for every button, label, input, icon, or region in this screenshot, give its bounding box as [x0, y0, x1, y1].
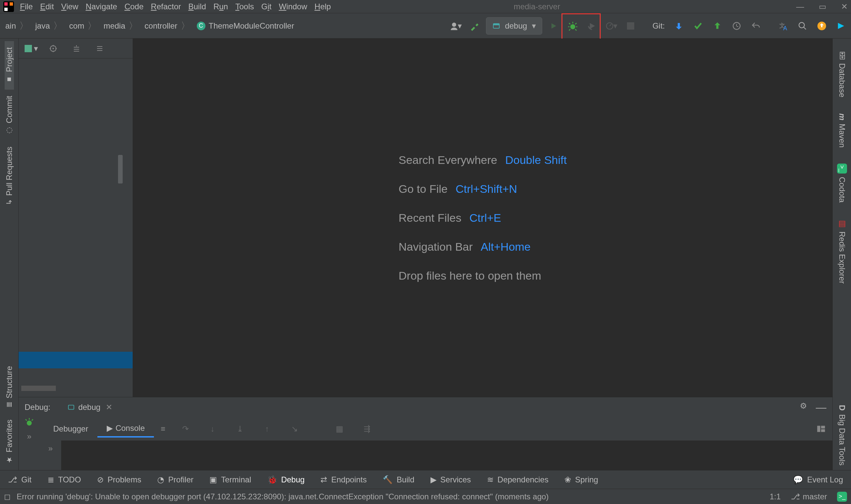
- debug-session-tab[interactable]: debug ✕: [62, 401, 118, 414]
- git-update-icon[interactable]: [671, 18, 687, 34]
- git-history-icon[interactable]: [729, 18, 745, 34]
- horizontal-scrollbar[interactable]: [21, 386, 56, 391]
- event-log-tab[interactable]: 💬Event Log: [793, 475, 843, 484]
- project-view-select[interactable]: ▾: [24, 44, 38, 53]
- build-tool-tab[interactable]: 🔨Build: [383, 475, 414, 484]
- git-tool-tab[interactable]: ⎇Git: [8, 475, 32, 484]
- play-icon: ▶: [107, 424, 113, 433]
- git-branch-widget[interactable]: ⎇master: [791, 492, 827, 501]
- breadcrumb-item[interactable]: com〉: [66, 20, 100, 32]
- big-data-tool-tab[interactable]: DBig Data Tools: [837, 400, 847, 470]
- run-to-cursor-icon[interactable]: ↘: [287, 421, 303, 437]
- redis-tool-tab[interactable]: ▤Redis Explorer: [837, 214, 847, 288]
- maximize-button[interactable]: ▭: [819, 2, 827, 11]
- favorites-tool-tab[interactable]: ★Favorites: [5, 414, 14, 470]
- breadcrumb-item[interactable]: java〉: [32, 20, 66, 32]
- scrollbar[interactable]: [118, 155, 123, 183]
- ide-update-icon[interactable]: [814, 18, 830, 34]
- stop-button[interactable]: [622, 18, 638, 34]
- code-with-me-icon[interactable]: ▾: [448, 18, 464, 34]
- git-commit-icon[interactable]: [690, 18, 706, 34]
- menu-code[interactable]: Code: [124, 2, 143, 11]
- menu-file[interactable]: File: [20, 2, 33, 11]
- menu-refactor[interactable]: Refactor: [151, 2, 181, 11]
- step-over-icon[interactable]: ↷: [178, 421, 194, 437]
- build-hammer-icon[interactable]: [467, 18, 483, 34]
- redis-icon: ▤: [837, 219, 847, 228]
- dependencies-tool-tab[interactable]: ≋Dependencies: [487, 475, 548, 484]
- debug-hide-icon[interactable]: —: [816, 401, 827, 414]
- jetbrains-toolbox-icon[interactable]: [833, 18, 849, 34]
- menu-tools[interactable]: Tools: [235, 2, 254, 11]
- evaluate-icon[interactable]: ▦: [332, 421, 348, 437]
- codota-tool-tab[interactable]: >_Codota: [837, 159, 847, 207]
- run-with-coverage-button[interactable]: [584, 18, 600, 34]
- hint-shortcut: Double Shift: [505, 154, 567, 166]
- console-tab[interactable]: ▶Console: [97, 420, 154, 437]
- collapse-all-icon[interactable]: [92, 40, 108, 56]
- services-tool-tab[interactable]: ▶Services: [431, 475, 471, 484]
- console-output[interactable]: [61, 440, 832, 470]
- close-button[interactable]: ✕: [841, 2, 848, 11]
- terminal-tool-tab[interactable]: ▣Terminal: [210, 475, 251, 484]
- layout-icon[interactable]: [816, 424, 826, 433]
- threads-icon[interactable]: ≡: [161, 424, 165, 433]
- menu-navigate[interactable]: Navigate: [86, 2, 117, 11]
- more-icon[interactable]: »: [48, 444, 53, 453]
- status-toggle-icon[interactable]: ◻: [4, 492, 11, 501]
- force-step-into-icon[interactable]: ⤓: [232, 421, 248, 437]
- more-icon[interactable]: »: [27, 432, 31, 441]
- endpoints-tool-tab[interactable]: ⇄Endpoints: [321, 475, 367, 484]
- breadcrumb-item[interactable]: ain〉: [2, 20, 32, 32]
- pull-requests-tool-tab[interactable]: ↳Pull Requests: [5, 141, 14, 211]
- project-tool-tab[interactable]: ■Project: [5, 41, 14, 90]
- title-bar: File Edit View Navigate Code Refactor Bu…: [0, 0, 851, 13]
- debugger-tab[interactable]: Debugger: [44, 421, 97, 437]
- project-tree[interactable]: [19, 58, 133, 397]
- debug-tool-tab[interactable]: 🐞Debug: [267, 475, 305, 484]
- run-config-label: debug: [505, 21, 527, 31]
- terminal-widget-icon[interactable]: >_: [837, 492, 847, 502]
- structure-tool-tab[interactable]: ≣Structure: [5, 360, 14, 414]
- step-out-icon[interactable]: ↑: [259, 421, 275, 437]
- warning-icon: ⊘: [97, 475, 104, 484]
- menu-build[interactable]: Build: [188, 2, 206, 11]
- debug-button[interactable]: [565, 18, 581, 34]
- run-configuration-select[interactable]: debug ▾: [486, 17, 542, 35]
- locate-icon[interactable]: [45, 40, 61, 56]
- profiler-tool-tab[interactable]: ◔Profiler: [157, 475, 194, 484]
- translate-icon[interactable]: 文A: [775, 18, 791, 34]
- minimize-button[interactable]: —: [796, 2, 804, 11]
- close-tab-icon[interactable]: ✕: [106, 402, 112, 412]
- run-button[interactable]: [545, 18, 561, 34]
- commit-tool-tab[interactable]: ◌Commit: [5, 90, 14, 141]
- breadcrumb-item[interactable]: CThemeModuleController: [194, 21, 297, 31]
- todo-tool-tab[interactable]: ≣TODO: [48, 475, 81, 484]
- status-message[interactable]: Error running 'debug': Unable to open de…: [17, 492, 764, 501]
- menu-edit[interactable]: Edit: [40, 2, 54, 11]
- git-rollback-icon[interactable]: [748, 18, 764, 34]
- caret-position[interactable]: 1:1: [769, 492, 780, 501]
- menu-run[interactable]: Run: [213, 2, 228, 11]
- rerun-debug-icon[interactable]: [24, 417, 34, 427]
- database-tool-tab[interactable]: 🗄Database: [837, 47, 847, 102]
- problems-tool-tab[interactable]: ⊘Problems: [97, 475, 141, 484]
- step-into-icon[interactable]: ↓: [205, 421, 221, 437]
- trace-icon[interactable]: ⇶: [359, 421, 375, 437]
- menu-git[interactable]: Git: [261, 2, 272, 11]
- git-push-icon[interactable]: [709, 18, 725, 34]
- star-icon: ★: [5, 456, 14, 464]
- selected-tree-row[interactable]: [19, 352, 133, 368]
- breadcrumb-item[interactable]: media〉: [100, 20, 141, 32]
- spring-tool-tab[interactable]: ❀Spring: [564, 475, 598, 484]
- menu-view[interactable]: View: [61, 2, 78, 11]
- codota-icon: >_: [837, 164, 847, 174]
- debug-settings-icon[interactable]: ⚙: [800, 401, 807, 414]
- breadcrumb-item[interactable]: controller〉: [141, 20, 194, 32]
- expand-all-icon[interactable]: [69, 40, 85, 56]
- database-icon: 🗄: [837, 52, 847, 60]
- search-everywhere-icon[interactable]: [795, 18, 811, 34]
- maven-tool-tab[interactable]: mMaven: [837, 109, 847, 152]
- application-icon: [68, 403, 75, 411]
- profile-button[interactable]: ▾: [603, 18, 619, 34]
